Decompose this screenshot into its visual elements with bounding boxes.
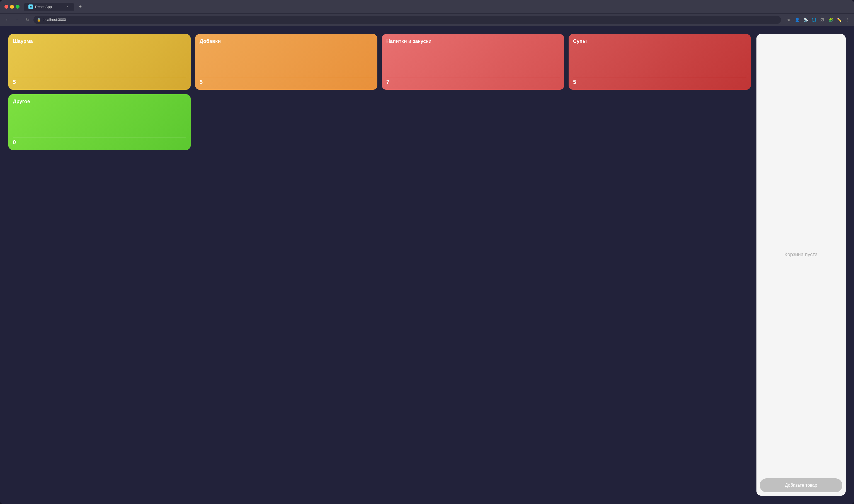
category-count: 5 bbox=[13, 79, 186, 85]
category-card-supy[interactable]: Супы 5 bbox=[568, 34, 751, 90]
tab-title: React App bbox=[35, 5, 52, 9]
new-tab-button[interactable]: + bbox=[76, 3, 84, 11]
category-name: Шаурма bbox=[13, 38, 186, 44]
image-icon[interactable]: 🖼 bbox=[819, 16, 825, 23]
category-name: Добавки bbox=[200, 38, 373, 44]
translate-icon[interactable]: 🌐 bbox=[811, 16, 817, 23]
tab-favicon: ⚛ bbox=[29, 4, 33, 9]
settings-icon[interactable]: ✏️ bbox=[836, 16, 842, 23]
category-bottom: 5 bbox=[13, 77, 186, 85]
toolbar-actions: ★ 👤 📡 🌐 🖼 🧩 ✏️ ⋮ bbox=[785, 16, 851, 23]
refresh-button[interactable]: ↻ bbox=[23, 16, 31, 24]
close-button[interactable] bbox=[4, 5, 8, 8]
categories-grid: Шаурма 5 Добавки 5 Напитки и закуски 7 С… bbox=[8, 34, 751, 496]
cart-footer: Добавьте товар bbox=[757, 475, 846, 496]
cart-panel: Корзина пуста Добавьте товар bbox=[757, 34, 846, 496]
category-name: Напитки и закуски bbox=[386, 38, 560, 44]
category-bottom: 0 bbox=[13, 137, 186, 145]
category-card-drugoe[interactable]: Другое 0 bbox=[8, 94, 190, 150]
url-text: localhost:3000 bbox=[43, 18, 66, 22]
browser-window: ⚛ React App × + ← → ↻ 🔒 localhost:3000 ★… bbox=[0, 0, 854, 504]
active-tab[interactable]: ⚛ React App × bbox=[24, 3, 74, 11]
address-bar[interactable]: 🔒 localhost:3000 bbox=[33, 16, 781, 24]
title-bar: ⚛ React App × + bbox=[0, 0, 854, 13]
category-count: 5 bbox=[573, 79, 746, 85]
category-count: 7 bbox=[386, 79, 560, 85]
add-item-button[interactable]: Добавьте товар bbox=[760, 478, 842, 492]
category-name: Супы bbox=[573, 38, 746, 44]
traffic-lights bbox=[4, 5, 19, 8]
forward-button[interactable]: → bbox=[13, 16, 21, 24]
category-card-shawarma[interactable]: Шаурма 5 bbox=[8, 34, 190, 90]
category-bottom: 5 bbox=[573, 77, 746, 85]
minimize-button[interactable] bbox=[10, 5, 14, 8]
cast-icon[interactable]: 📡 bbox=[802, 16, 809, 23]
bookmark-icon[interactable]: ★ bbox=[785, 16, 792, 23]
more-menu-icon[interactable]: ⋮ bbox=[844, 16, 851, 23]
extensions-icon[interactable]: 🧩 bbox=[827, 16, 834, 23]
category-bottom: 7 bbox=[386, 77, 560, 85]
category-count: 5 bbox=[200, 79, 373, 85]
category-count: 0 bbox=[13, 139, 186, 145]
back-button[interactable]: ← bbox=[3, 16, 11, 24]
category-card-napitki[interactable]: Напитки и закуски 7 bbox=[382, 34, 564, 90]
category-divider bbox=[13, 137, 186, 138]
category-bottom: 5 bbox=[200, 77, 373, 85]
category-card-dobavki[interactable]: Добавки 5 bbox=[195, 34, 377, 90]
maximize-button[interactable] bbox=[16, 5, 19, 8]
page-content: Шаурма 5 Добавки 5 Напитки и закуски 7 С… bbox=[0, 26, 854, 504]
lock-icon: 🔒 bbox=[37, 18, 41, 22]
cart-content: Корзина пуста bbox=[757, 34, 846, 475]
cart-empty-text: Корзина пуста bbox=[784, 252, 817, 257]
toolbar: ← → ↻ 🔒 localhost:3000 ★ 👤 📡 🌐 🖼 🧩 ✏️ ⋮ bbox=[0, 13, 854, 26]
profile-icon[interactable]: 👤 bbox=[794, 16, 800, 23]
category-name: Другое bbox=[13, 99, 186, 105]
tab-close-button[interactable]: × bbox=[65, 4, 70, 9]
